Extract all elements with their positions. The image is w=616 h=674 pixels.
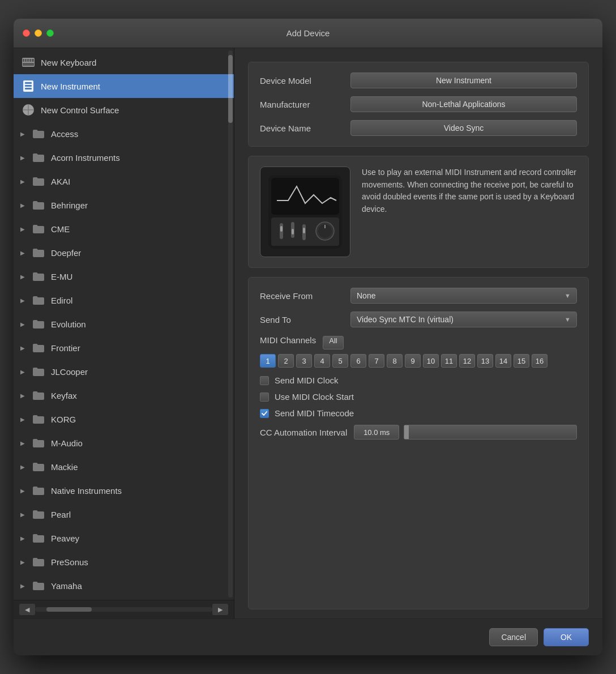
channel-button-2[interactable]: 2 xyxy=(278,354,294,368)
list-item-label: Acorn Instruments xyxy=(51,153,120,163)
folder-icon xyxy=(31,435,46,451)
channel-button-4[interactable]: 4 xyxy=(314,354,330,368)
list-item-keyfax[interactable]: ▶ Keyfax xyxy=(14,383,234,407)
cc-automation-slider[interactable] xyxy=(404,425,577,440)
svg-rect-8 xyxy=(25,82,32,84)
list-item-new-instrument[interactable]: New Instrument xyxy=(14,74,234,98)
scrollbar-thumb[interactable] xyxy=(228,55,233,123)
send-to-dropdown[interactable]: Video Sync MTC In (virtual) ▼ xyxy=(350,312,577,327)
list-item-peavey[interactable]: ▶ Peavey xyxy=(14,526,234,550)
device-name-row: Device Name Video Sync xyxy=(260,120,577,136)
folder-arrow-icon: ▶ xyxy=(20,345,28,351)
svg-rect-5 xyxy=(32,59,34,62)
folder-icon xyxy=(31,316,46,332)
use-midi-clock-start-row: Use MIDI Clock Start xyxy=(260,392,577,402)
list-item-korg[interactable]: ▶ KORG xyxy=(14,407,234,431)
list-item-m-audio[interactable]: ▶ M-Audio xyxy=(14,431,234,455)
channel-button-13[interactable]: 13 xyxy=(477,354,493,368)
send-to-row: Send To Video Sync MTC In (virtual) ▼ xyxy=(260,312,577,327)
close-button[interactable] xyxy=(23,29,30,37)
list-item-edirol[interactable]: ▶ Edirol xyxy=(14,288,234,312)
channel-button-14[interactable]: 14 xyxy=(495,354,511,368)
device-model-button[interactable]: New Instrument xyxy=(350,72,577,88)
send-midi-clock-checkbox[interactable] xyxy=(260,376,269,385)
svg-rect-10 xyxy=(25,88,32,89)
device-name-button[interactable]: Video Sync xyxy=(350,120,577,136)
list-item-label: Frontier xyxy=(51,343,80,353)
channel-button-5[interactable]: 5 xyxy=(332,354,348,368)
folder-arrow-icon: ▶ xyxy=(20,559,28,565)
cancel-button[interactable]: Cancel xyxy=(489,628,538,646)
send-midi-timecode-checkbox[interactable] xyxy=(260,409,269,418)
vertical-scrollbar[interactable] xyxy=(228,50,233,598)
list-item-label: AKAI xyxy=(51,177,70,186)
channel-button-15[interactable]: 15 xyxy=(514,354,529,368)
svg-rect-1 xyxy=(23,59,24,62)
list-item-presonus[interactable]: ▶ PreSonus xyxy=(14,550,234,574)
horizontal-scrollbar-track[interactable] xyxy=(35,607,212,612)
svg-rect-2 xyxy=(25,59,27,62)
list-item-access[interactable]: ▶ Access xyxy=(14,122,234,146)
channel-button-1[interactable]: 1 xyxy=(260,354,276,368)
channel-all-button[interactable]: All xyxy=(323,336,343,349)
list-item-pearl[interactable]: ▶ Pearl xyxy=(14,502,234,526)
channel-button-16[interactable]: 16 xyxy=(532,354,547,368)
list-item-akai[interactable]: ▶ AKAI xyxy=(14,169,234,193)
folder-icon xyxy=(31,173,46,189)
device-info-form: Device Model New Instrument Manufacturer… xyxy=(248,62,589,147)
list-item-label: New Control Surface xyxy=(41,105,119,115)
scroll-left-button[interactable]: ◀ xyxy=(19,604,35,615)
list-item-e-mu[interactable]: ▶ E-MU xyxy=(14,265,234,288)
maximize-button[interactable] xyxy=(46,29,54,37)
keyboard-icon xyxy=(20,54,36,70)
receive-from-dropdown[interactable]: None ▼ xyxy=(350,288,577,304)
list-item-jlcooper[interactable]: ▶ JLCooper xyxy=(14,360,234,383)
list-item-acorn-instruments[interactable]: ▶ Acorn Instruments xyxy=(14,146,234,169)
cc-automation-value[interactable]: 10.0 ms xyxy=(354,425,399,440)
channel-button-8[interactable]: 8 xyxy=(387,354,403,368)
channel-button-3[interactable]: 3 xyxy=(296,354,312,368)
list-item-yamaha[interactable]: ▶ Yamaha xyxy=(14,574,234,598)
horizontal-scrollbar-thumb[interactable] xyxy=(46,607,92,612)
device-model-row: Device Model New Instrument xyxy=(260,72,577,88)
scroll-right-button[interactable]: ▶ xyxy=(212,604,228,615)
dropdown-arrow-icon: ▼ xyxy=(564,316,571,323)
list-item-label: Pearl xyxy=(51,510,71,519)
folder-icon xyxy=(31,411,46,427)
list-item-label: Native Instruments xyxy=(51,486,122,496)
channel-button-12[interactable]: 12 xyxy=(459,354,475,368)
list-item-label: Keyfax xyxy=(51,391,77,400)
folder-icon xyxy=(31,364,46,379)
list-item-label: Evolution xyxy=(51,319,86,329)
list-item-cme[interactable]: ▶ CME xyxy=(14,217,234,241)
list-item-native-instruments[interactable]: ▶ Native Instruments xyxy=(14,479,234,502)
list-item-label: Access xyxy=(51,129,78,139)
list-item-evolution[interactable]: ▶ Evolution xyxy=(14,312,234,336)
send-midi-clock-label: Send MIDI Clock xyxy=(275,376,339,385)
channel-button-6[interactable]: 6 xyxy=(350,354,366,368)
channel-button-11[interactable]: 11 xyxy=(441,354,457,368)
send-to-label: Send To xyxy=(260,315,350,325)
list-item-frontier[interactable]: ▶ Frontier xyxy=(14,336,234,360)
use-midi-clock-start-checkbox[interactable] xyxy=(260,393,269,402)
list-item-new-control-surface[interactable]: New Control Surface xyxy=(14,98,234,122)
add-device-window: Add Device New Keyboard New Instrument xyxy=(14,19,602,655)
minimize-button[interactable] xyxy=(35,29,42,37)
folder-arrow-icon: ▶ xyxy=(20,393,28,399)
folder-arrow-icon: ▶ xyxy=(20,583,28,589)
manufacturer-button[interactable]: Non-Lethal Applications xyxy=(350,96,577,112)
list-item-doepfer[interactable]: ▶ Doepfer xyxy=(14,241,234,265)
folder-arrow-icon: ▶ xyxy=(20,226,28,232)
svg-rect-20 xyxy=(292,229,294,234)
list-item-label: JLCooper xyxy=(51,367,88,377)
ok-button[interactable]: OK xyxy=(544,628,589,646)
list-item-behringer[interactable]: ▶ Behringer xyxy=(14,193,234,217)
list-item-mackie[interactable]: ▶ Mackie xyxy=(14,455,234,479)
channel-button-9[interactable]: 9 xyxy=(405,354,421,368)
device-list[interactable]: New Keyboard New Instrument New Control … xyxy=(14,48,234,600)
folder-arrow-icon: ▶ xyxy=(20,488,28,494)
list-item-new-keyboard[interactable]: New Keyboard xyxy=(14,50,234,74)
cc-automation-row: CC Automation Interval 10.0 ms xyxy=(260,425,577,440)
channel-button-10[interactable]: 10 xyxy=(423,354,439,368)
channel-button-7[interactable]: 7 xyxy=(369,354,384,368)
